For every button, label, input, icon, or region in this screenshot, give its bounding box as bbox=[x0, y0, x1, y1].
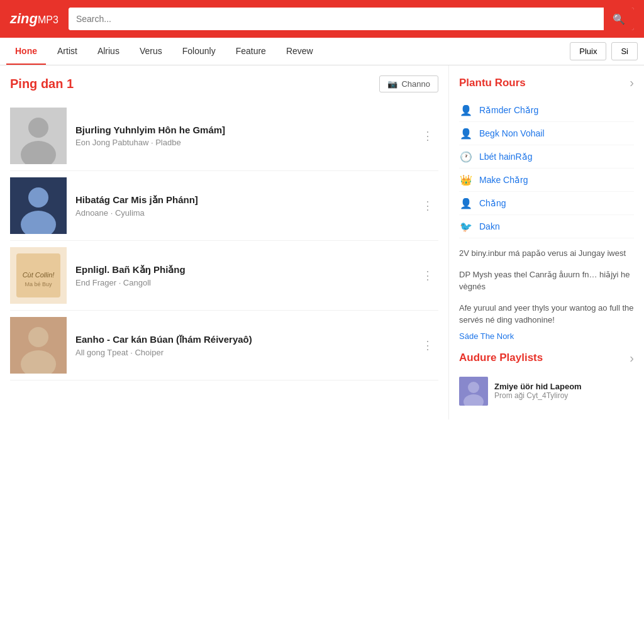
sidebar-link-label-3: Lbét hainRǎg bbox=[479, 152, 533, 162]
si-button[interactable]: Si bbox=[611, 42, 638, 60]
section-header: Ping dan 1 📷 Channo bbox=[10, 75, 438, 92]
nav-item-feature[interactable]: Feature bbox=[227, 38, 275, 65]
svg-point-1 bbox=[28, 118, 48, 138]
header: zingMP3 🔍 bbox=[0, 0, 644, 38]
song-info-4: Eanho - Car kán Búan (ǐhám Réiveryaô) Al… bbox=[75, 334, 408, 357]
svg-point-4 bbox=[28, 187, 48, 208]
main-layout: Ping dan 1 📷 Channo Bjurling Yuhnlyim Hô… bbox=[0, 65, 644, 419]
channel-button[interactable]: 📷 Channo bbox=[379, 75, 438, 92]
song-info-3: Epnligl. Bañ Kǎŋ Phiǎng End Frager · Can… bbox=[75, 264, 408, 287]
search-input[interactable] bbox=[69, 8, 604, 30]
song-item[interactable]: Bjurling Yuhnlyim Hôn he Gmám] Eon Jong … bbox=[10, 101, 438, 171]
sidebar-link-label-1: Rǎmder Chǎrg bbox=[479, 105, 538, 115]
song-info-1: Bjurling Yuhnlyim Hôn he Gmám] Eon Jong … bbox=[75, 125, 408, 147]
song-thumb-1 bbox=[10, 108, 67, 164]
song-info-2: Hibatág Car Mis jǎn Phánn] Adnoane · Cyu… bbox=[75, 194, 408, 218]
nav-item-artist[interactable]: Artist bbox=[48, 38, 86, 65]
song-title-4: Eanho - Car kán Búan (ǐhám Réiveryaô) bbox=[75, 334, 408, 345]
song-artist-1: Eon Jong Pabtuhaw · Pladbe bbox=[75, 138, 408, 147]
song-artist-2: Adnoane · Cyulima bbox=[75, 208, 408, 218]
nav-item-hone[interactable]: Hone bbox=[6, 38, 46, 65]
sidebar-text-2: DP Mysh yeas thel Canrǎg åuurn fn… hiǎjy… bbox=[459, 269, 634, 293]
sidebar-link-4[interactable]: 👑 Make Chǎrg bbox=[459, 169, 634, 192]
sidebar-text-3: Afe yuruul and yeer thyls your wantog ao… bbox=[459, 302, 634, 326]
nav-item-verus[interactable]: Verus bbox=[131, 38, 171, 65]
song-title-2: Hibatág Car Mis jǎn Phánn] bbox=[75, 194, 408, 206]
song-thumb-3: Cùt Collin! Ma bé Buy bbox=[10, 247, 67, 304]
channel-label: Channo bbox=[401, 79, 430, 89]
sidebar-link-3[interactable]: 🕐 Lbét hainRǎg bbox=[459, 145, 634, 169]
song-item[interactable]: Cùt Collin! Ma bé Buy Epnligl. Bañ Kǎŋ P… bbox=[10, 241, 438, 311]
song-more-3[interactable]: ⋮ bbox=[417, 266, 438, 285]
playlist-sub-1: Prom aği Cyt_4Tyliroy bbox=[494, 391, 582, 400]
sidebar-link-label-5: Chǎng bbox=[479, 198, 506, 208]
sidebar-arrow-icon: › bbox=[630, 75, 634, 90]
sidebar-link-1[interactable]: 👤 Rǎmder Chǎrg bbox=[459, 99, 634, 122]
right-sidebar: Plantu Rours › 👤 Rǎmder Chǎrg 👤 Begk Non… bbox=[449, 65, 644, 419]
svg-text:Ma bé Buy: Ma bé Buy bbox=[25, 281, 52, 287]
song-more-1[interactable]: ⋮ bbox=[417, 126, 438, 145]
nav-bar: Hone Artist Alrius Verus Folounly Featur… bbox=[0, 38, 644, 65]
sidebar-cta-link[interactable]: Sáde The Nork bbox=[459, 331, 634, 341]
left-content: Ping dan 1 📷 Channo Bjurling Yuhnlyim Hô… bbox=[0, 65, 449, 419]
channel-icon: 📷 bbox=[387, 79, 397, 89]
nav-item-folounly[interactable]: Folounly bbox=[174, 38, 225, 65]
person-icon-2: 👤 bbox=[459, 126, 473, 140]
playlist-title-1: Zmiye üör hid Lapeom bbox=[494, 382, 582, 391]
sidebar-link-label-6: Dakn bbox=[479, 221, 500, 231]
sidebar-link-label-2: Begk Non Vohail bbox=[479, 128, 545, 138]
pluix-button[interactable]: Pluix bbox=[570, 42, 606, 60]
song-thumb-2 bbox=[10, 177, 67, 234]
playlist-thumb-1 bbox=[459, 377, 488, 406]
sidebar-link-label-4: Make Chǎrg bbox=[479, 175, 528, 185]
sidebar-link-6[interactable]: 🐦 Dakn bbox=[459, 215, 634, 238]
song-artist-4: All gong Tpeat · Choiper bbox=[75, 348, 408, 357]
svg-point-11 bbox=[28, 327, 48, 347]
sidebar-link-5[interactable]: 👤 Chǎng bbox=[459, 192, 634, 215]
svg-text:Cùt Collin!: Cùt Collin! bbox=[23, 271, 55, 279]
person-icon-5: 👤 bbox=[459, 196, 473, 210]
song-item[interactable]: Hibatág Car Mis jǎn Phánn] Adnoane · Cyu… bbox=[10, 171, 438, 241]
song-title-1: Bjurling Yuhnlyim Hôn he Gmám] bbox=[75, 125, 408, 135]
twitter-icon: 🐦 bbox=[459, 219, 473, 233]
logo-mp3: MP3 bbox=[38, 14, 58, 25]
nav-right-buttons: Pluix Si bbox=[570, 42, 638, 60]
song-thumb-4 bbox=[10, 317, 67, 374]
person-icon-1: 👤 bbox=[459, 103, 473, 117]
sidebar-link-2[interactable]: 👤 Begk Non Vohail bbox=[459, 122, 634, 145]
sidebar-section2-title: Audure Playlists › bbox=[459, 351, 634, 365]
sidebar-section1-title: Plantu Rours › bbox=[459, 75, 634, 90]
search-button[interactable]: 🔍 bbox=[604, 8, 634, 30]
clock-icon: 🕐 bbox=[459, 150, 473, 164]
logo: zingMP3 bbox=[10, 11, 58, 27]
svg-point-14 bbox=[468, 382, 479, 393]
song-title-3: Epnligl. Bañ Kǎŋ Phiǎng bbox=[75, 264, 408, 275]
nav-item-alrius[interactable]: Alrius bbox=[89, 38, 128, 65]
sidebar-arrow-icon-2: › bbox=[630, 351, 634, 365]
logo-zing: zing bbox=[10, 11, 38, 26]
sidebar-text-1: 2V biny.inbur má papǎo verus ai Jungay i… bbox=[459, 247, 634, 260]
nav-item-revew[interactable]: Revew bbox=[277, 38, 322, 65]
song-artist-3: End Frager · Cangoll bbox=[75, 278, 408, 287]
playlist-item-1[interactable]: Zmiye üör hid Lapeom Prom aği Cyt_4Tylir… bbox=[459, 373, 634, 409]
section-title: Ping dan 1 bbox=[10, 77, 74, 91]
crown-icon: 👑 bbox=[459, 173, 473, 187]
song-more-2[interactable]: ⋮ bbox=[417, 196, 438, 215]
song-item[interactable]: Eanho - Car kán Búan (ǐhám Réiveryaô) Al… bbox=[10, 311, 438, 380]
search-bar: 🔍 bbox=[69, 8, 634, 30]
playlist-info-1: Zmiye üör hid Lapeom Prom aği Cyt_4Tylir… bbox=[494, 382, 582, 400]
song-more-4[interactable]: ⋮ bbox=[417, 336, 438, 355]
